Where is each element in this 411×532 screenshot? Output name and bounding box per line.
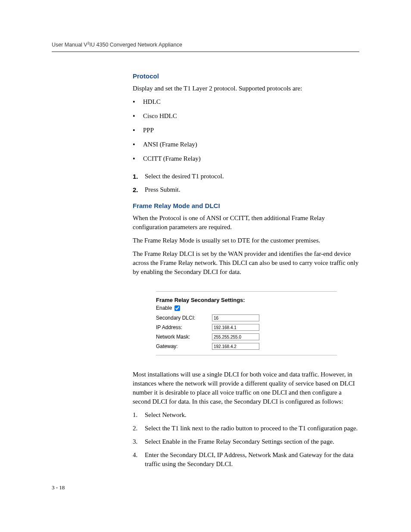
form-row-mask: Network Mask: <box>156 333 337 340</box>
protocol-steps: 1.Select the desired T1 protocol. 2.Pres… <box>133 172 360 194</box>
enable-checkbox[interactable] <box>174 305 180 311</box>
form-row-ip: IP Address: <box>156 324 337 331</box>
step-item: 1.Select Network. <box>133 411 360 420</box>
step-item: 2.Press Submit. <box>133 185 360 194</box>
header-suffix: IU 4350 Converged Network Appliance <box>90 42 182 48</box>
header-prefix: User Manual V <box>52 42 87 48</box>
list-item: Cisco HDLC <box>133 112 360 121</box>
list-item: ANSI (Frame Relay) <box>133 140 360 149</box>
protocol-intro: Display and set the T1 Layer 2 protocol.… <box>133 84 360 93</box>
gateway-label: Gateway: <box>156 343 212 349</box>
header-title: User Manual V2IU 4350 Converged Network … <box>52 41 359 50</box>
form-row-dlci: Secondary DLCI: <box>156 314 337 321</box>
main-content: Protocol Display and set the T1 Layer 2 … <box>133 65 360 475</box>
frame-relay-para1: When the Protocol is one of ANSI or CCIT… <box>133 214 360 232</box>
step-item: 1.Select the desired T1 protocol. <box>133 172 360 181</box>
secondary-dlci-label: Secondary DLCI: <box>156 315 212 321</box>
dlci-config-para: Most installations will use a single DLC… <box>133 370 360 406</box>
step-item: 3.Select Enable in the Frame Relay Secon… <box>133 437 360 446</box>
list-item: HDLC <box>133 97 360 106</box>
list-item: PPP <box>133 126 360 135</box>
frame-relay-heading: Frame Relay Mode and DLCI <box>133 202 360 209</box>
list-item: CCITT (Frame Relay) <box>133 154 360 163</box>
protocol-heading: Protocol <box>133 72 360 80</box>
figure-title: Frame Relay Secondary Settings: <box>156 297 337 303</box>
figure-bottom-rule <box>156 355 337 355</box>
step-item: 2.Select the T1 link next to the radio b… <box>133 424 360 433</box>
dlci-steps: 1.Select Network. 2.Select the T1 link n… <box>133 411 360 469</box>
step-item: 4.Enter the Secondary DLCI, IP Address, … <box>133 451 360 469</box>
gateway-input[interactable] <box>212 343 259 350</box>
network-mask-input[interactable] <box>212 333 259 340</box>
ip-address-input[interactable] <box>212 324 259 331</box>
ip-address-label: IP Address: <box>156 324 212 330</box>
frame-relay-para2: The Frame Relay Mode is usually set to D… <box>133 236 360 245</box>
figure-top-rule <box>156 291 337 292</box>
page-header: User Manual V2IU 4350 Converged Network … <box>52 41 359 52</box>
network-mask-label: Network Mask: <box>156 334 212 340</box>
page-number: 3 - 18 <box>52 484 65 491</box>
form-row-gateway: Gateway: <box>156 343 337 350</box>
protocol-bullet-list: HDLC Cisco HDLC PPP ANSI (Frame Relay) C… <box>133 97 360 163</box>
enable-label: Enable <box>156 305 172 311</box>
frame-relay-para3: The Frame Relay DLCI is set by the WAN p… <box>133 249 360 277</box>
secondary-dlci-input[interactable] <box>212 314 259 321</box>
enable-row: Enable <box>156 305 337 311</box>
frame-relay-figure: Frame Relay Secondary Settings: Enable S… <box>156 287 337 360</box>
header-rule <box>52 51 359 52</box>
